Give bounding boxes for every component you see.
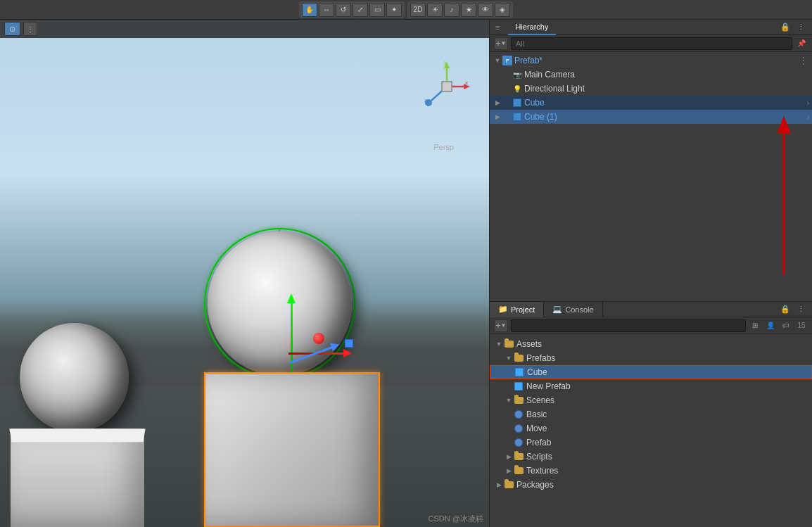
rotate-tool[interactable]: ↺ [336,3,351,17]
bottom-panel-header: 📁 Project 💻 Console 🔒 ⋮ [490,302,812,317]
cube1-icon [512,98,522,108]
project-tab[interactable]: 📁 Project [490,302,544,317]
assets-expand[interactable]: ▼ [494,339,504,349]
viewport[interactable]: ⊙ ⋮ [0,20,489,527]
tree-item-cube2[interactable]: ▶ Cube (1) › [490,110,812,124]
main-content: ⊙ ⋮ [0,20,812,527]
cube-left [11,428,144,527]
basic-scene-label: Basic [526,409,547,419]
cube1-expand[interactable]: ▶ [493,98,502,108]
ptree-prefab-scene[interactable]: Prefab [490,436,812,450]
console-tab[interactable]: 💻 Console [544,302,602,317]
scenes-label: Scenes [526,395,554,405]
move-tool[interactable]: ↔ [319,3,334,17]
audio-toggle[interactable]: ♪ [444,3,459,17]
camera-label: Main Camera [524,70,575,80]
prefabs-expand[interactable]: ▼ [504,353,514,363]
scripts-icon [514,452,524,462]
lighting-toggle[interactable]: ☀ [427,3,443,17]
view-tools: 2D ☀ ♪ ★ 👁 ◈ [407,1,513,18]
assets-label: Assets [516,339,542,349]
directional-light-label: Directional Light [524,84,585,94]
2d-button[interactable]: 2D [410,3,426,17]
rect-tool[interactable]: ▭ [369,3,385,17]
fx-toggle[interactable]: ★ [461,3,476,17]
cube-prefab-icon [514,367,524,377]
packages-label: Packages [516,480,554,490]
project-lock-btn[interactable]: 🔒 [780,304,791,315]
cube2-expand[interactable]: ▶ [493,112,502,122]
hierarchy-lock-btn[interactable]: 🔒 [780,22,791,33]
scripts-expand[interactable]: ▶ [504,452,514,462]
transform-z-handle [345,339,353,348]
scenes-expand[interactable]: ▼ [504,395,514,405]
right-panel: ≡ Hierarchy 🔒 ⋮ + ▼ 📌 [489,20,812,527]
console-tab-icon: 💻 [552,305,562,314]
hierarchy-header: ≡ Hierarchy 🔒 ⋮ [490,20,812,35]
scene-gizmo[interactable]: y x z [419,58,475,115]
light-indent [493,84,512,94]
textures-expand[interactable]: ▶ [504,466,514,476]
ptree-textures[interactable]: ▶ Textures [490,464,812,478]
hierarchy-search[interactable] [511,37,792,50]
prefab-expand[interactable]: ▼ [493,56,502,65]
prefab-more-btn[interactable]: ⋮ [798,55,809,66]
tree-item-directional-light[interactable]: 💡 Directional Light [490,82,812,96]
gizmos-toggle[interactable]: ◈ [495,3,510,17]
cube2-arrow: › [807,113,809,121]
project-more-btn[interactable]: ⋮ [795,304,806,315]
hierarchy-more-btn[interactable]: ⋮ [795,22,806,33]
tree-item-prefab-root[interactable]: ▼ P Prefab* ⋮ [490,53,812,68]
transform-center-dot [313,333,324,344]
ptree-move-scene[interactable]: Move [490,421,812,436]
prefabs-icon [514,353,524,363]
move-scene-icon [514,424,524,433]
cube1-label: Cube [524,98,545,108]
project-filter-btn[interactable]: 👤 [764,319,777,332]
ptree-scripts[interactable]: ▶ Scripts [490,450,812,464]
new-prefab-icon [514,381,524,391]
viewport-shading-btn[interactable]: ⊙ [4,22,20,36]
ptree-cube-prefab[interactable]: Cube [490,365,812,379]
project-view-btn[interactable]: ⊞ [749,319,761,332]
ptree-prefabs[interactable]: ▼ Prefabs [490,351,812,365]
viewport-more-btn[interactable]: ⋮ [23,22,37,36]
textures-icon [514,466,524,476]
top-toolbar: ✋ ↔ ↺ ⤢ ▭ ✦ 2D ☀ ♪ ★ 👁 ◈ [0,0,812,20]
hand-tool[interactable]: ✋ [302,3,317,17]
ptree-assets[interactable]: ▼ Assets [490,337,812,351]
ptree-scenes[interactable]: ▼ Scenes [490,393,812,407]
cube-right-selected [204,372,380,527]
add-dropdown-icon: ▼ [501,40,507,46]
cube2-icon [512,112,522,122]
svg-text:x: x [465,80,468,86]
hierarchy-collapse-btn[interactable]: 📌 [795,37,808,50]
scale-tool[interactable]: ⤢ [353,3,368,17]
transform-tool[interactable]: ✦ [386,3,402,17]
hierarchy-add-btn[interactable]: + ▼ [494,37,508,50]
hierarchy-tab[interactable]: Hierarchy [508,20,555,35]
cube-prefab-label: Cube [527,367,547,377]
ptree-basic-scene[interactable]: Basic [490,407,812,421]
packages-icon [504,480,514,490]
svg-text:z: z [424,97,427,103]
project-add-btn[interactable]: + ▼ [494,319,508,332]
hierarchy-toolbar: + ▼ 📌 [490,35,812,52]
project-add-icon: + [496,321,501,331]
tree-item-main-camera[interactable]: 📷 Main Camera [490,68,812,82]
project-count: 15 [795,319,808,332]
tree-item-cube1[interactable]: ▶ Cube › [490,96,812,110]
ptree-packages[interactable]: ▶ Packages [490,478,812,492]
ptree-new-prefab[interactable]: New Prefab [490,379,812,393]
packages-expand[interactable]: ▶ [494,480,504,490]
project-search[interactable] [511,319,746,332]
camera-indent [493,70,512,80]
scene-visibility[interactable]: 👁 [478,3,493,17]
scenes-icon [514,395,524,405]
cube2-label: Cube (1) [524,112,557,122]
light-icon: 💡 [512,84,522,94]
project-tab-label: Project [511,305,535,314]
project-tag-btn[interactable]: 🏷 [780,319,792,332]
watermark: CSDN @冰凌糕 [429,514,483,524]
prefab-scene-label: Prefab [526,438,551,447]
